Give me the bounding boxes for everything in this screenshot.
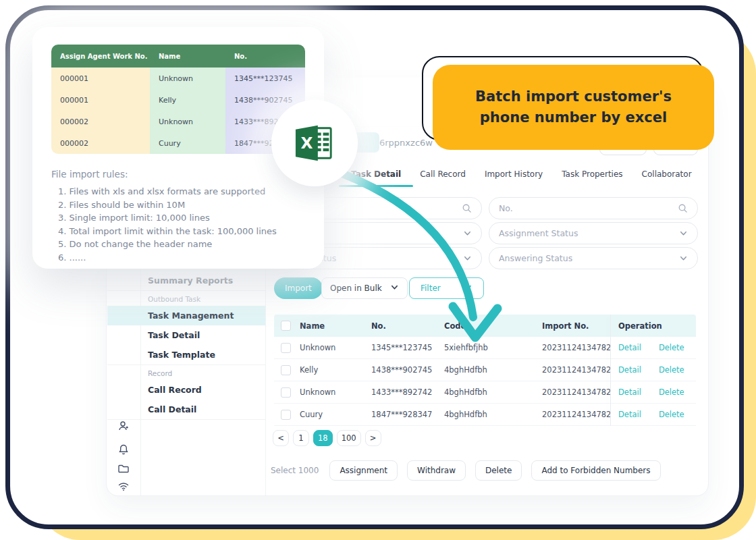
menu-section-label: Record xyxy=(107,365,265,380)
preview-cell: 1345***123745 xyxy=(225,68,305,89)
operation-cell: DetailDelete xyxy=(610,359,696,381)
preview-cell: Unknown xyxy=(150,111,225,132)
row-checkbox[interactable] xyxy=(281,387,291,398)
preview-cell: 000002 xyxy=(51,132,150,154)
menu-section-label: Outbound Task xyxy=(107,291,265,306)
cell: 20231124134782 xyxy=(534,337,610,358)
preview-cell: Kelly xyxy=(150,89,225,111)
cell: 4bghHdfbh xyxy=(436,359,534,381)
cell: Unknown xyxy=(292,381,363,403)
preview-col-header: No. xyxy=(225,45,305,68)
excel-preview-header: Assign Agent Work No.NameNo. xyxy=(51,45,305,68)
task-code-text: 6rppnxzc6w xyxy=(379,138,433,148)
excel-icon: X xyxy=(271,100,358,186)
column-header-operation: Operation xyxy=(610,315,696,337)
preview-row: 000001Unknown1345***123745 xyxy=(51,68,305,89)
delete-link[interactable]: Delete xyxy=(659,365,684,375)
preview-row: 000002Unknown1433***892742 xyxy=(51,111,305,132)
excel-preview-body: 000001Unknown1345***123745000001Kelly143… xyxy=(51,68,305,154)
sidebar-item-call-detail[interactable]: Call Detail xyxy=(107,400,265,420)
rules-list: 1. Files with xls and xlsx formats are s… xyxy=(58,185,277,264)
callout-bubble: Batch import customer's phone number by … xyxy=(433,65,714,150)
cell: 4bghHdfbh xyxy=(436,381,534,403)
preview-row: 000001Kelly1438***902745 xyxy=(51,89,305,111)
cell: 1438***902745 xyxy=(363,359,436,381)
rule-item: 4. Total import limit within the task: 1… xyxy=(58,225,277,238)
callout-line-2: phone number by excel xyxy=(480,107,667,128)
rule-item: 6. ...... xyxy=(58,251,277,265)
bell-icon[interactable] xyxy=(115,441,132,458)
add-to-forbidden-numbers-button[interactable]: Add to Forbidden Numbers xyxy=(531,460,660,481)
cell: 20231124134782 xyxy=(534,381,610,403)
marketing-graphic: Summary ReportsOutbound TaskTask Managem… xyxy=(0,0,756,540)
delete-link[interactable]: Delete xyxy=(659,410,684,419)
rule-item: 3. Single import limit: 10,000 lines xyxy=(58,211,277,225)
callout-line-1: Batch import customer's xyxy=(475,86,672,107)
folder-icon[interactable] xyxy=(115,460,132,477)
preview-cell: Unknown xyxy=(150,68,225,89)
next-page-button[interactable]: > xyxy=(365,430,381,446)
operation-cell: DetailDelete xyxy=(610,381,696,403)
preview-cell: 000001 xyxy=(51,89,150,111)
delete-link[interactable]: Delete xyxy=(659,343,684,352)
delete-link[interactable]: Delete xyxy=(659,387,684,397)
preview-col-header: Name xyxy=(150,45,225,68)
cell: 20231124134782 xyxy=(534,359,610,381)
header-checkbox-cell xyxy=(274,315,292,337)
excel-preview-table: Assign Agent Work No.NameNo. 000001Unkno… xyxy=(51,45,305,154)
detail-link[interactable]: Detail xyxy=(618,343,641,352)
sidebar-menu: Summary ReportsOutbound TaskTask Managem… xyxy=(107,271,265,420)
row-checkbox[interactable] xyxy=(281,343,291,353)
row-checkbox-cell xyxy=(274,381,292,403)
row-checkbox[interactable] xyxy=(281,365,291,375)
operation-cell: DetailDelete xyxy=(610,337,696,358)
preview-cell: Cuury xyxy=(150,132,225,154)
detail-link[interactable]: Detail xyxy=(618,410,641,419)
rule-item: 5. Do not change the header name xyxy=(58,238,277,251)
select-count-label: Select 1000 xyxy=(271,466,319,475)
add-user-icon[interactable] xyxy=(115,418,132,434)
select-all-checkbox[interactable] xyxy=(281,321,291,331)
rule-item: 2. Files should be within 10M xyxy=(58,198,277,212)
column-header-import-no-: Import No. xyxy=(534,315,610,337)
row-checkbox-cell xyxy=(274,359,292,381)
preview-col-header: Assign Agent Work No. xyxy=(51,45,150,68)
sidebar-item-task-detail[interactable]: Task Detail xyxy=(107,325,265,345)
preview-cell: 000001 xyxy=(51,68,150,89)
bulk-actions-bar: Select 1000 AssignmentWithdrawDeleteAdd … xyxy=(271,460,661,481)
row-checkbox[interactable] xyxy=(281,410,291,420)
assignment-button[interactable]: Assignment xyxy=(329,460,398,481)
rules-title: File import rules: xyxy=(51,169,128,180)
sidebar-item-task-management[interactable]: Task Management xyxy=(107,306,265,325)
operation-column-divider xyxy=(610,315,611,426)
cell: Kelly xyxy=(292,359,363,381)
operation-cell: DetailDelete xyxy=(610,404,696,425)
wifi-icon[interactable] xyxy=(115,478,132,494)
sidebar-item-summary-reports[interactable]: Summary Reports xyxy=(107,271,265,291)
page-button-18[interactable]: 18 xyxy=(313,430,333,446)
svg-text:X: X xyxy=(300,134,313,152)
preview-cell: 000002 xyxy=(51,111,150,132)
sidebar-item-call-record[interactable]: Call Record xyxy=(107,380,265,400)
pagination: <118100> xyxy=(273,430,381,446)
detail-link[interactable]: Detail xyxy=(618,365,641,375)
preview-row: 000002Cuury1847***928347 xyxy=(51,132,305,154)
delete-button[interactable]: Delete xyxy=(475,460,522,481)
rule-item: 1. Files with xls and xlsx formats are s… xyxy=(58,185,277,198)
row-checkbox-cell xyxy=(274,404,292,425)
chevron-down-icon xyxy=(679,229,688,238)
sidebar-item-task-template[interactable]: Task Template xyxy=(107,345,265,365)
prev-page-button[interactable]: < xyxy=(273,430,289,446)
withdraw-button[interactable]: Withdraw xyxy=(407,460,466,481)
cell: 1433***892742 xyxy=(363,381,436,403)
page-button-100[interactable]: 100 xyxy=(337,430,361,446)
search-icon xyxy=(678,203,688,213)
detail-link[interactable]: Detail xyxy=(618,387,641,397)
table-row: Cuury1847***9283474bghHdfbh2023112413478… xyxy=(274,404,696,426)
cell: 1847***928347 xyxy=(363,404,436,425)
table-row: Unknown1433***8927424bghHdfbh20231124134… xyxy=(274,381,696,404)
page-button-1[interactable]: 1 xyxy=(293,430,309,446)
bulk-action-buttons: AssignmentWithdrawDeleteAdd to Forbidden… xyxy=(329,460,660,481)
cell: 4bghHdfbh xyxy=(436,404,534,425)
table-row: Kelly1438***9027454bghHdfbh2023112413478… xyxy=(274,359,696,381)
